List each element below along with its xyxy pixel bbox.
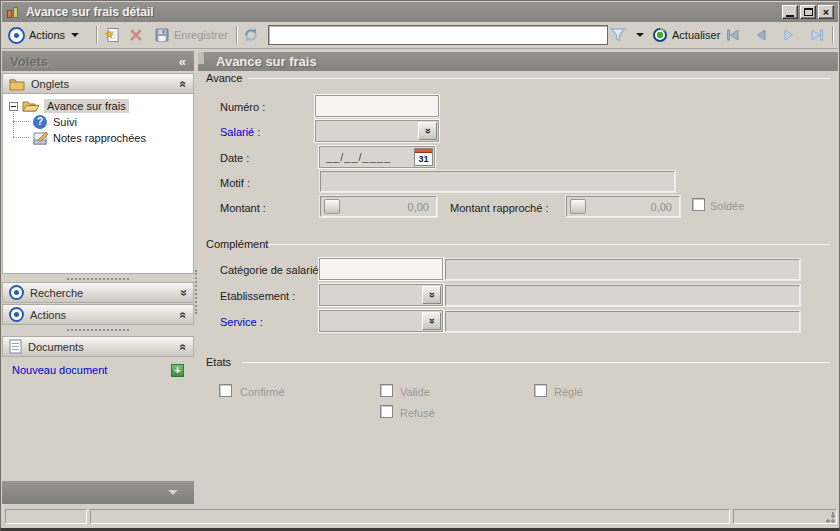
section-header-actions[interactable]: Actions «	[2, 304, 194, 325]
tree-item-label: Avance sur frais	[44, 99, 129, 113]
search-input[interactable]	[268, 25, 608, 45]
chevron-down-icon	[636, 33, 644, 37]
section-label: Documents	[28, 341, 84, 353]
tree-item-suivi[interactable]: ? Suivi	[33, 114, 77, 130]
group-line	[242, 362, 830, 363]
date-mask: __/__/____	[326, 151, 391, 163]
calendar-day: 31	[415, 153, 432, 166]
new-document-icon	[104, 27, 120, 43]
refuse-checkbox[interactable]	[380, 405, 393, 418]
section-header-recherche[interactable]: Recherche «	[2, 282, 194, 303]
sidebar-splitter[interactable]	[2, 326, 194, 333]
combo-dropdown-button[interactable]: «	[422, 286, 441, 304]
sync-button[interactable]	[243, 22, 259, 48]
section-header-onglets[interactable]: Onglets «	[2, 73, 194, 94]
title-bar: Avance sur frais détail ×	[2, 2, 838, 22]
new-document-link[interactable]: Nouveau document	[12, 364, 107, 376]
add-document-button[interactable]: +	[171, 364, 184, 377]
filter-dropdown-button[interactable]	[636, 22, 644, 48]
montant-rapproche-value: 0,00	[651, 201, 672, 213]
section-label: Recherche	[30, 287, 83, 299]
salarie-combo[interactable]: «	[315, 120, 439, 142]
nav-last-button[interactable]	[809, 22, 825, 48]
calendar-button[interactable]: 31	[414, 148, 433, 166]
main-header: Avance sur frais	[198, 52, 838, 71]
tree-collapse-icon[interactable]	[9, 102, 18, 111]
sidebar-splitter[interactable]	[2, 275, 194, 282]
tree-connector	[13, 137, 29, 138]
montant-input[interactable]: 0,00	[320, 196, 437, 217]
resize-grip[interactable]	[823, 511, 835, 523]
group-label-avance: Avance	[206, 72, 243, 84]
close-button[interactable]: ×	[818, 5, 834, 19]
service-label[interactable]: Service :	[220, 316, 263, 328]
motif-label: Motif :	[220, 177, 250, 189]
actions-target-icon	[9, 307, 24, 322]
tree-item-avance-sur-frais[interactable]: Avance sur frais	[9, 98, 129, 114]
group-line	[268, 244, 830, 245]
confirme-checkbox[interactable]	[219, 384, 232, 397]
save-icon	[154, 27, 170, 43]
section-label: Onglets	[31, 78, 69, 90]
amount-button[interactable]	[570, 199, 586, 214]
nav-previous-button[interactable]	[753, 22, 769, 48]
toolbar-separator	[832, 26, 834, 44]
actualiser-label: Actualiser	[672, 29, 720, 41]
new-record-button[interactable]	[104, 22, 120, 48]
actions-menu-button[interactable]: Actions	[8, 22, 79, 48]
sidebar-bottom-bar[interactable]	[2, 481, 194, 504]
toolbar: Actions Enregistrer	[2, 22, 838, 49]
amount-button[interactable]	[324, 199, 340, 214]
delete-record-button[interactable]	[128, 22, 144, 48]
combo-dropdown-button[interactable]: «	[422, 312, 441, 330]
etablissement-display	[445, 285, 800, 306]
tree-connector	[13, 110, 14, 137]
etablissement-combo[interactable]: «	[319, 284, 443, 306]
soldee-checkbox[interactable]	[692, 198, 705, 211]
minimize-button[interactable]	[782, 5, 798, 19]
sync-icon	[243, 27, 259, 43]
nav-previous-icon	[753, 27, 769, 43]
date-input[interactable]: __/__/____ 31	[319, 146, 435, 168]
service-display	[445, 311, 800, 332]
status-cell-2	[90, 509, 730, 524]
nav-last-icon	[809, 27, 825, 43]
collapse-panel-button[interactable]: «	[179, 54, 186, 69]
nav-first-button[interactable]	[725, 22, 741, 48]
numero-label: Numéro :	[220, 101, 265, 113]
salarie-label[interactable]: Salarié :	[220, 126, 260, 138]
confirme-label: Confirmé	[240, 386, 285, 398]
regle-checkbox[interactable]	[534, 384, 547, 397]
group-label-complement: Complément	[206, 238, 268, 250]
categorie-input[interactable]	[319, 258, 443, 280]
categorie-label: Catégorie de salarié	[220, 264, 318, 276]
motif-input[interactable]	[320, 171, 675, 192]
note-icon	[33, 131, 49, 145]
save-label: Enregistrer	[174, 29, 228, 41]
toolbar-separator	[96, 26, 98, 44]
page-title: Avance sur frais	[216, 54, 317, 69]
numero-input[interactable]	[315, 95, 439, 117]
nav-next-button[interactable]	[781, 22, 797, 48]
categorie-display	[445, 259, 800, 280]
actions-menu-label: Actions	[29, 29, 65, 41]
montant-label: Montant :	[220, 202, 266, 214]
window-title: Avance sur frais détail	[26, 5, 154, 19]
folder-icon	[9, 77, 25, 91]
filter-button[interactable]	[610, 22, 626, 48]
status-cell-1	[5, 509, 87, 524]
chevron-double-up-icon: «	[177, 311, 191, 318]
tree-item-notes-rapprochees[interactable]: Notes rapprochées	[33, 130, 146, 146]
maximize-icon	[804, 8, 813, 16]
section-header-documents[interactable]: Documents «	[2, 336, 194, 357]
chevron-double-up-icon: «	[177, 80, 191, 87]
actualiser-button[interactable]: Actualiser	[652, 22, 720, 48]
section-label: Actions	[30, 309, 66, 321]
montant-rapproche-input[interactable]: 0,00	[566, 196, 680, 217]
service-combo[interactable]: «	[319, 310, 443, 332]
maximize-button[interactable]	[800, 5, 816, 19]
chevron-double-down-icon: «	[422, 128, 434, 134]
valide-checkbox[interactable]	[380, 384, 393, 397]
save-button[interactable]: Enregistrer	[154, 22, 228, 48]
combo-dropdown-button[interactable]: «	[418, 122, 437, 140]
